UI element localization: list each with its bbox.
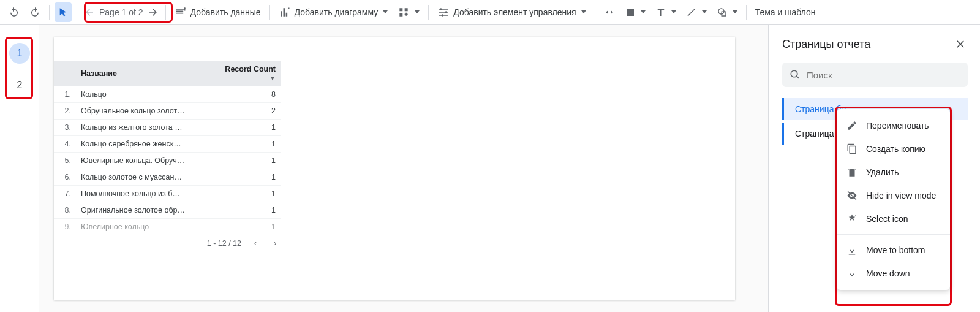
- cell-count: 8: [219, 86, 281, 103]
- add-control-button[interactable]: Добавить элемент управления: [434, 2, 589, 22]
- menu-move-down[interactable]: Move down: [837, 262, 950, 285]
- cell-name: Кольцо из желтого золота …: [76, 120, 219, 136]
- menu-move-bottom[interactable]: Move to bottom: [837, 238, 950, 262]
- cell-idx: 3.: [54, 120, 76, 136]
- cell-name: Помолвочное кольцо из б…: [76, 186, 219, 202]
- chevron-down-icon: [702, 10, 707, 13]
- menu-select-icon[interactable]: Select icon: [837, 207, 950, 230]
- cell-count: 1: [219, 120, 281, 136]
- table-row[interactable]: 8.Оригинальное золотое обр…1: [54, 202, 281, 219]
- page-context-menu: Переименовать Создать копию Удалить Hide…: [837, 109, 950, 290]
- cell-idx: 5.: [54, 153, 76, 169]
- cell-count: 1: [219, 169, 281, 186]
- svg-point-1: [445, 11, 447, 13]
- text-button[interactable]: [652, 2, 680, 22]
- add-control-label: Добавить элемент управления: [453, 7, 576, 17]
- cell-count: 1: [219, 186, 281, 202]
- col-count[interactable]: Record Count ▼: [219, 61, 281, 86]
- table-row[interactable]: 9.Ювелирное кольцо1: [54, 219, 281, 235]
- pager-range: 1 - 12 / 12: [207, 239, 241, 248]
- table-row[interactable]: 7.Помолвочное кольцо из б…1: [54, 186, 281, 202]
- menu-rename[interactable]: Переименовать: [837, 114, 950, 137]
- search-input[interactable]: [807, 70, 960, 80]
- menu-duplicate[interactable]: Создать копию: [837, 137, 950, 161]
- redo-button[interactable]: [26, 2, 44, 22]
- chevron-down-icon: [641, 10, 646, 13]
- artboard[interactable]: Название Record Count ▼ 1.Кольцо82.Обруч…: [54, 37, 735, 300]
- col-name[interactable]: Название: [76, 61, 219, 86]
- table-row[interactable]: 5.Ювелирные кольца. Обруч…1: [54, 153, 281, 169]
- col-idx[interactable]: [54, 61, 76, 86]
- add-data-label: Добавить данные: [190, 7, 261, 17]
- cell-count: 2: [219, 103, 281, 120]
- image-button[interactable]: [621, 2, 649, 22]
- undo-button[interactable]: [5, 2, 23, 22]
- menu-delete[interactable]: Удалить: [837, 161, 950, 184]
- theme-button[interactable]: Тема и шаблон: [752, 2, 820, 22]
- separator: [165, 5, 166, 20]
- chevron-down-icon: [733, 10, 737, 13]
- cell-count: 1: [219, 136, 281, 153]
- search-box[interactable]: [782, 63, 968, 87]
- close-panel-button[interactable]: [953, 37, 968, 51]
- community-visuals-button[interactable]: [394, 2, 423, 22]
- prev-page-arrow[interactable]: [82, 5, 97, 20]
- page-thumb-2[interactable]: 2: [9, 75, 30, 96]
- separator: [428, 5, 429, 20]
- shape-button[interactable]: [713, 2, 741, 22]
- chevron-down-icon: [383, 10, 388, 13]
- page-thumb-number: 2: [17, 80, 23, 91]
- data-table[interactable]: Название Record Count ▼ 1.Кольцо82.Обруч…: [54, 61, 281, 235]
- cell-count: 1: [219, 153, 281, 169]
- cell-idx: 6.: [54, 169, 76, 186]
- embed-button[interactable]: [600, 2, 619, 22]
- canvas-area: Название Record Count ▼ 1.Кольцо82.Обруч…: [39, 25, 768, 312]
- cell-name: Ювелирные кольца. Обруч…: [76, 153, 219, 169]
- page-thumb-number: 1: [17, 48, 23, 59]
- pager-next-icon[interactable]: ›: [270, 239, 281, 248]
- line-button[interactable]: [682, 2, 710, 22]
- menu-label: Move to bottom: [866, 245, 925, 255]
- separator: [49, 5, 50, 20]
- page-nav-label: Page 1 of 2: [99, 7, 143, 17]
- pointer-tool-button[interactable]: [55, 2, 72, 22]
- cell-idx: 2.: [54, 103, 76, 120]
- cell-count: 1: [219, 219, 281, 235]
- menu-label: Move down: [866, 268, 910, 278]
- menu-hide[interactable]: Hide in view mode: [837, 184, 950, 207]
- cell-idx: 4.: [54, 136, 76, 153]
- page-thumb-1[interactable]: 1: [9, 43, 30, 64]
- menu-label: Переименовать: [866, 121, 929, 131]
- add-chart-button[interactable]: Добавить диаграмму: [275, 2, 392, 22]
- table-row[interactable]: 2.Обручальное кольцо золот…2: [54, 103, 281, 120]
- add-data-button[interactable]: Добавить данные: [171, 2, 265, 22]
- separator: [77, 5, 77, 20]
- next-page-arrow[interactable]: [146, 5, 160, 20]
- table-row[interactable]: 3.Кольцо из желтого золота …1: [54, 120, 281, 136]
- menu-label: Hide in view mode: [866, 191, 936, 200]
- add-chart-label: Добавить диаграмму: [295, 7, 379, 17]
- menu-separator: [837, 234, 950, 235]
- table-row[interactable]: 1.Кольцо8: [54, 86, 281, 103]
- toolbar: Page 1 of 2 Добавить данные Добавить диа…: [0, 0, 980, 25]
- table-row[interactable]: 6.Кольцо золотое с муассан…1: [54, 169, 281, 186]
- theme-label: Тема и шаблон: [755, 7, 816, 17]
- col-count-label: Record Count: [225, 65, 276, 74]
- cell-name: Кольцо: [76, 86, 219, 103]
- svg-point-0: [440, 8, 442, 10]
- table-row[interactable]: 4.Кольцо серебряное женск…1: [54, 136, 281, 153]
- page-navigator[interactable]: Page 1 of 2: [82, 5, 160, 20]
- chevron-down-icon: [671, 10, 676, 13]
- sort-desc-icon: ▼: [270, 75, 276, 82]
- cell-name: Обручальное кольцо золот…: [76, 103, 219, 120]
- cell-idx: 8.: [54, 202, 76, 219]
- page-rail: 1 2: [0, 25, 39, 312]
- search-icon: [790, 69, 801, 80]
- cell-name: Кольцо серебряное женск…: [76, 136, 219, 153]
- pager-prev-icon[interactable]: ‹: [250, 239, 261, 248]
- separator: [595, 5, 595, 20]
- menu-label: Создать копию: [866, 144, 925, 154]
- cell-idx: 1.: [54, 86, 76, 103]
- cell-name: Ювелирное кольцо: [76, 219, 219, 235]
- separator: [746, 5, 747, 20]
